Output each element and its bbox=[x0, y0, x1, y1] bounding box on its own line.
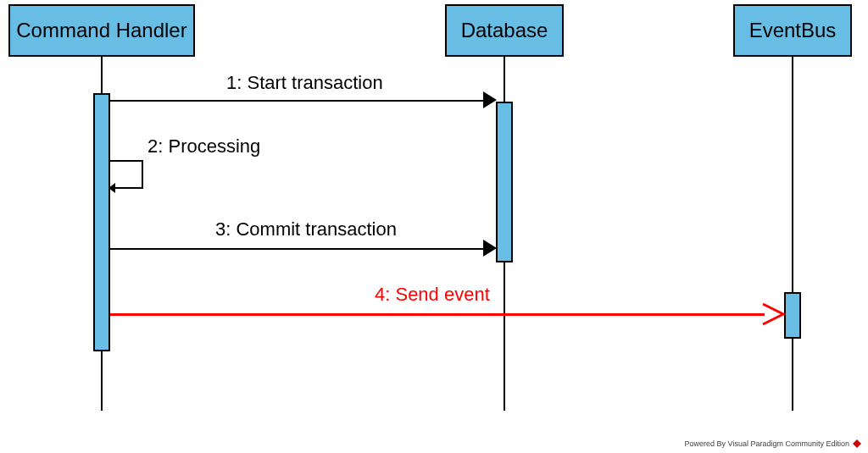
message-arrow-3 bbox=[110, 248, 487, 250]
participant-label: Database bbox=[461, 19, 548, 42]
participant-label: Command Handler bbox=[16, 19, 186, 42]
svg-marker-2 bbox=[483, 240, 497, 257]
diagram-footer: Powered By Visual Paradigm Community Edi… bbox=[685, 439, 861, 448]
message-label-4: 4: Send event bbox=[371, 284, 493, 306]
arrowhead-solid-icon bbox=[483, 91, 500, 108]
participant-label: EventBus bbox=[749, 19, 837, 42]
message-label-1: 1: Start transaction bbox=[223, 72, 387, 94]
message-arrow-2-self bbox=[108, 159, 159, 202]
participant-eventbus: EventBus bbox=[733, 4, 852, 57]
message-label-2: 2: Processing bbox=[144, 135, 264, 157]
arrowhead-solid-icon bbox=[483, 240, 500, 257]
participant-database: Database bbox=[445, 4, 564, 57]
svg-marker-3 bbox=[853, 439, 861, 448]
visual-paradigm-logo-icon bbox=[853, 439, 861, 448]
message-arrow-1 bbox=[110, 100, 487, 102]
message-arrow-4 bbox=[110, 313, 765, 316]
svg-marker-1 bbox=[108, 183, 115, 193]
message-label-3: 3: Commit transaction bbox=[212, 218, 400, 240]
participant-command-handler: Command Handler bbox=[8, 4, 195, 57]
activation-database bbox=[496, 102, 513, 262]
footer-text: Powered By Visual Paradigm Community Edi… bbox=[685, 439, 849, 448]
arrowhead-open-icon bbox=[761, 302, 787, 326]
lifeline-eventbus bbox=[792, 57, 793, 411]
activation-command-handler bbox=[93, 93, 110, 351]
svg-marker-0 bbox=[483, 91, 497, 108]
activation-eventbus bbox=[784, 292, 801, 339]
